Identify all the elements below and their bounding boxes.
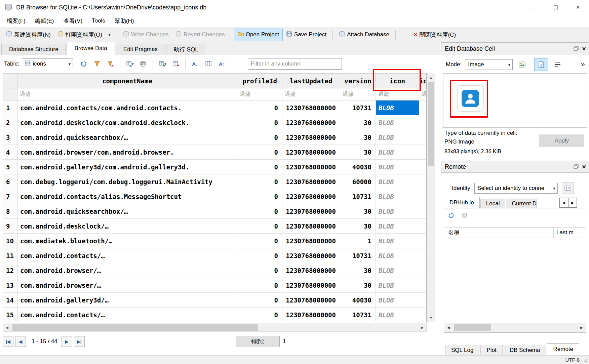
cell-clipped[interactable] [419,145,427,160]
cell-lastUpdated[interactable]: 1230768000000 [282,263,340,278]
cell-profileId[interactable]: 0 [237,160,282,174]
float-panel-icon[interactable] [574,163,579,170]
scroll-left-icon[interactable]: ◀ [3,323,11,331]
cell-componentName[interactable]: com.android.contacts/… [17,248,237,263]
cell-clipped[interactable] [419,219,427,234]
cell-icon[interactable]: BLOB [376,263,419,278]
save-project-button[interactable]: Save Project [283,29,330,41]
cell-componentName[interactable]: com.android.quicksearchbox/… [17,204,237,219]
write-changes-button[interactable]: Write Changes [120,29,172,41]
filter-clipped[interactable]: 過濾 [419,88,427,100]
cell-version[interactable]: 30 [340,145,376,160]
cell-version[interactable]: 1 [340,234,376,248]
cell-icon[interactable]: BLOB [376,204,419,219]
cell-lastUpdated[interactable]: 1230768000000 [282,293,340,308]
tab-edit-pragmas[interactable]: Edit Pragmas [116,44,165,55]
cell-componentName[interactable]: com.android.deskclock/… [17,219,237,234]
remote-scroll-thumb[interactable] [454,324,491,331]
maximize-icon[interactable]: □ [545,0,567,15]
menu-help[interactable]: 幫助(H) [110,15,139,27]
goto-button[interactable]: 轉到: [236,336,280,347]
text-view-toggle-button[interactable] [534,58,548,71]
menu-edit[interactable]: 編輯(E) [30,15,59,27]
clear-filters-button[interactable] [105,58,117,70]
cell-lastUpdated[interactable]: 1230768000000 [282,308,340,322]
grid-vertical-scrollbar[interactable]: ▲ ▼ [427,73,435,322]
cell-profileId[interactable]: 0 [237,204,282,219]
close-icon[interactable]: × [567,0,589,15]
cell-clipped[interactable] [419,263,427,278]
cell-clipped[interactable] [419,234,427,248]
cell-clipped[interactable] [419,189,427,204]
cell-icon[interactable]: BLOB [376,308,419,322]
cell-componentName[interactable]: com.android.contacts/alias.MessageShortc… [17,189,237,204]
sort-desc-button[interactable]: A↑ [216,58,228,70]
dock-tab-plot[interactable]: Plot [480,345,502,355]
cell-componentName[interactable]: com.debug.loggerui/com.debug.loggerui.Ma… [17,174,237,189]
cell-lastUpdated[interactable]: 1230768000000 [282,145,340,160]
remote-tab-current-database[interactable]: Current Dat [506,199,537,208]
cell-profileId[interactable]: 0 [237,219,282,234]
column-header-icon[interactable]: icon [376,74,419,88]
columns-button[interactable] [202,58,214,70]
cell-lastUpdated[interactable]: 1230768000000 [282,189,340,204]
cell-clipped[interactable] [419,130,427,145]
remote-tab-local[interactable]: Local [480,199,506,208]
cell-lastUpdated[interactable]: 1230768000000 [282,248,340,263]
open-database-dropdown[interactable]: ▾ [106,30,114,39]
identity-select[interactable]: Select an identity to conne ▾ [474,183,558,194]
tab-execute-sql[interactable]: 執行 SQL [166,44,206,55]
filter-profileId[interactable]: 過濾 [237,88,282,100]
remote-tab-dbhub[interactable]: DBHub.io [444,197,480,208]
remote-horizontal-scrollbar[interactable]: ◀ ▶ [444,323,586,332]
encoding-indicator[interactable]: UTF-8 [565,357,580,363]
cell-componentName[interactable]: com.android.contacts/com.android.contact… [17,100,237,115]
cell-icon[interactable]: BLOB [376,130,419,145]
scroll-right-icon[interactable]: ▶ [418,323,426,331]
cell-lastUpdated[interactable]: 1230768000000 [282,204,340,219]
cell-clipped[interactable] [419,308,427,322]
toolbar-overflow-icon[interactable]: » [581,60,585,69]
cell-componentName[interactable]: com.android.browser/… [17,263,237,278]
cell-componentName[interactable]: com.android.gallery3d/… [17,293,237,308]
first-page-button[interactable]: |◀ [3,336,13,347]
filter-componentName[interactable]: 過濾 [17,88,237,100]
revert-changes-button[interactable]: Revert Changes [172,29,228,41]
float-panel-icon[interactable] [574,45,579,52]
cell-version[interactable]: 10731 [340,100,376,115]
cell-icon[interactable]: BLOB [376,145,419,160]
cell-icon[interactable]: BLOB [376,248,419,263]
cell-version[interactable]: 30 [340,115,376,130]
tab-database-structure[interactable]: Database Structure [1,44,66,55]
column-header-clipped[interactable]: ic [419,74,427,88]
cell-clipped[interactable] [419,204,427,219]
menu-file[interactable]: 檔案(F) [2,15,30,27]
insert-record-button[interactable]: ▾ [156,58,168,70]
cell-version[interactable]: 40030 [340,160,376,174]
close-panel-icon[interactable]: × [582,163,586,170]
cell-version[interactable]: 10731 [340,189,376,204]
cell-profileId[interactable]: 0 [237,263,282,278]
cell-icon[interactable]: BLOB [376,115,419,130]
cell-componentName[interactable]: com.android.deskclock/com.android.deskcl… [17,115,237,130]
open-project-button[interactable]: Open Project [234,29,283,41]
cell-version[interactable]: 40030 [340,293,376,308]
cell-profileId[interactable]: 0 [237,100,282,115]
cell-icon[interactable]: BLOB [376,189,419,204]
cell-version[interactable]: 60000 [340,174,376,189]
remote-clone-button[interactable] [460,210,470,220]
cell-version[interactable]: 30 [340,219,376,234]
cell-clipped[interactable] [419,248,427,263]
filter-version[interactable]: 過濾 [340,88,376,100]
refresh-button[interactable] [78,58,90,70]
last-page-button[interactable]: ▶| [74,336,85,347]
cell-lastUpdated[interactable]: 1230768000000 [282,115,340,130]
cell-icon[interactable]: BLOB [376,293,419,308]
global-filter-input[interactable] [248,58,342,70]
filter-button[interactable] [91,58,103,70]
column-header-componentName[interactable]: componentName [17,74,237,88]
tab-scroll-left-icon[interactable]: ◀ [559,198,568,208]
table-select[interactable]: icons ▾ [22,58,73,69]
close-database-button[interactable]: × 關閉資料庫(C) [410,29,459,41]
tab-scroll-right-icon[interactable]: ▶ [568,198,577,208]
